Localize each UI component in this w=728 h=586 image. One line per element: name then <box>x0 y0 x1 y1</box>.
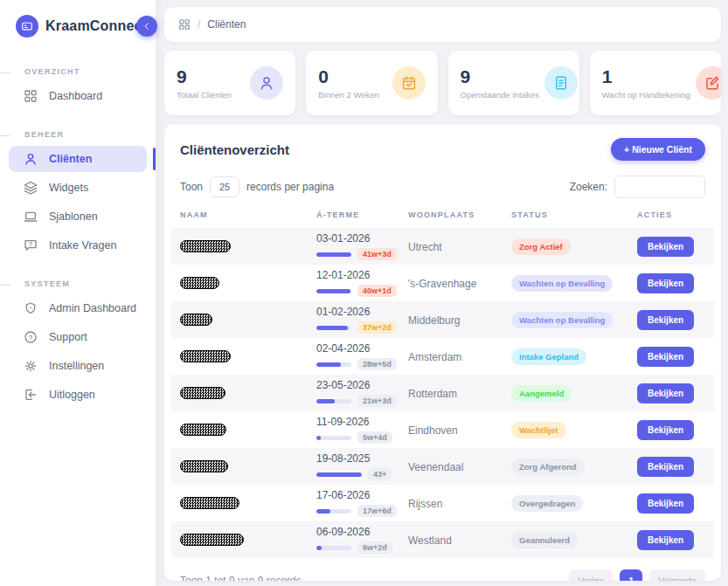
redacted-name <box>180 350 231 362</box>
term-progress-fill <box>316 546 322 550</box>
view-client-button[interactable]: Bekijken <box>637 493 694 514</box>
search-input[interactable] <box>614 176 705 198</box>
term-progress-fill <box>316 362 341 367</box>
breadcrumb-current: Cliënten <box>207 18 246 31</box>
view-client-button[interactable]: Bekijken <box>637 347 694 367</box>
column-header-woonplaats: WOONPLAATS <box>408 209 511 228</box>
nav-section-label-overzicht: OVERZICHT <box>0 67 156 76</box>
term-progress-fill <box>316 436 321 440</box>
page-size-select[interactable]: 25 <box>210 176 239 197</box>
clients-overview-card: Cliëntenoverzicht + Nieuwe Cliënt Toon 2… <box>164 124 721 581</box>
table-row: 12-01-202640w+1d's-GravenhageWachten op … <box>171 265 714 301</box>
due-date: 02-04-2026 <box>316 342 408 355</box>
sidebar-item-label: Dashboard <box>49 90 102 102</box>
pagination-next-button[interactable]: Volgende <box>649 569 705 581</box>
city: Amsterdam <box>408 351 461 363</box>
table-row: 03-01-202641w+3dUtrechtZorg ActiefBekijk… <box>171 228 714 265</box>
term-badge: 5w+4d <box>357 431 392 444</box>
sidebar-item-dashboard[interactable]: Dashboard <box>9 83 147 109</box>
term-badge: 43+ <box>368 468 392 480</box>
sidebar-item-sjablonen[interactable]: Sjablonen <box>9 203 147 230</box>
city: Veenendaal <box>408 461 463 473</box>
stat-label: Wacht op Handtekening <box>602 90 690 100</box>
laptop-icon <box>24 210 38 224</box>
home-grid-icon[interactable] <box>178 18 191 31</box>
table-row: 23-05-202621w+3dRotterdamAangemeldBekijk… <box>171 375 714 411</box>
stat-card-binnen-2-weken: 0Binnen 2 Weken <box>306 51 437 115</box>
sidebar-item-label: Support <box>49 331 87 343</box>
term-progress-bar <box>316 362 351 367</box>
sidebar-item-label: Uitloggen <box>49 389 95 401</box>
sidebar-item-clienten[interactable]: Cliënten <box>9 146 147 172</box>
sidebar-item-admin-dashboard[interactable]: Admin Dashboard <box>9 295 147 321</box>
view-client-button[interactable]: Bekijken <box>637 457 694 477</box>
due-date: 12-01-2026 <box>316 269 408 281</box>
term-progress-fill <box>316 399 335 403</box>
sidebar-collapse-button[interactable] <box>136 16 157 37</box>
table-row: 19-08-202543+VeenendaalZorg AfgerondBeki… <box>171 448 714 485</box>
stats-row: 9Totaal Cliënten0Binnen 2 Weken9Openstaa… <box>164 51 721 115</box>
redacted-name <box>180 460 228 472</box>
table-row: 06-09-20266w+2dWestlandGeannuleerdBekijk… <box>171 521 714 558</box>
person-icon <box>250 66 283 100</box>
due-date: 11-09-2026 <box>316 416 408 428</box>
person-icon <box>24 152 38 166</box>
pagination-prev-button[interactable]: Vorige <box>569 569 613 581</box>
stat-label: Totaal Cliënten <box>177 90 232 100</box>
breadcrumb-separator: / <box>198 18 200 31</box>
clients-table: NAAMÁ-TERMEWOONPLAATSSTATUSACTIES 03-01-… <box>171 209 714 558</box>
pagination-page-1-button[interactable]: 1 <box>620 569 642 581</box>
view-client-button[interactable]: Bekijken <box>637 420 694 440</box>
table-row: 02-04-202628w+5dAmsterdamIntake GeplandB… <box>171 338 714 375</box>
status-badge: Zorg Actief <box>511 238 571 255</box>
redacted-name <box>180 534 244 546</box>
city: Rotterdam <box>408 388 457 400</box>
view-client-button[interactable]: Bekijken <box>637 310 694 330</box>
term-progress-fill <box>316 289 350 293</box>
breadcrumb: / Cliënten <box>164 7 721 42</box>
term-progress-bar <box>316 546 351 550</box>
new-client-button[interactable]: + Nieuwe Cliënt <box>611 138 705 161</box>
sidebar-item-widgets[interactable]: Widgets <box>9 175 147 201</box>
status-badge: Aangemeld <box>511 385 572 402</box>
sidebar-item-label: Admin Dashboard <box>49 302 136 314</box>
city: Middelburg <box>408 314 460 327</box>
stat-value: 9 <box>461 66 539 86</box>
table-footer: Toon 1 tot 9 van 9 records Vorige 1 Volg… <box>180 558 705 581</box>
term-progress-fill <box>316 252 351 257</box>
due-date: 01-02-2026 <box>316 306 408 318</box>
page-size-suffix: records per pagina <box>246 181 334 193</box>
sidebar-item-label: Cliënten <box>49 153 92 165</box>
view-client-button[interactable]: Bekijken <box>637 530 694 550</box>
term-progress-bar <box>316 289 351 293</box>
stat-label: Binnen 2 Weken <box>318 90 379 100</box>
sidebar-item-label: Sjablonen <box>49 210 98 223</box>
city: Eindhoven <box>408 424 458 437</box>
sidebar-item-support[interactable]: ?Support <box>9 324 147 350</box>
shield-icon <box>24 301 38 315</box>
term-badge: 21w+3d <box>357 395 397 407</box>
column-header-status: STATUS <box>511 209 637 228</box>
city: Utrecht <box>408 241 442 253</box>
view-client-button[interactable]: Bekijken <box>637 383 694 403</box>
view-client-button[interactable]: Bekijken <box>637 273 694 293</box>
stat-value: 9 <box>177 66 232 86</box>
sidebar-item-intake-vragen[interactable]: ?Intake Vragen <box>9 232 147 259</box>
layers-icon <box>24 181 38 195</box>
sidebar-item-instellingen[interactable]: Instellingen <box>9 353 147 379</box>
redacted-name <box>180 497 239 509</box>
column-header-acties: ACTIES <box>637 209 714 228</box>
due-date: 19-08-2025 <box>316 452 408 465</box>
view-client-button[interactable]: Bekijken <box>637 237 694 257</box>
term-badge: 40w+1d <box>357 285 397 297</box>
status-badge: Wachten op Bevalling <box>511 312 613 328</box>
sidebar-item-uitloggen[interactable]: Uitloggen <box>9 382 147 408</box>
sidebar-item-label: Widgets <box>49 182 88 194</box>
status-badge: Geannuleerd <box>511 532 578 548</box>
status-badge: Wachten op Bevalling <box>511 275 613 292</box>
stat-card-totaal-clienten: 9Totaal Cliënten <box>164 51 295 115</box>
sidebar-item-label: Instellingen <box>49 360 104 372</box>
term-badge: 41w+3d <box>357 248 397 260</box>
city: 's-Gravenhage <box>408 278 476 290</box>
page-size-prefix: Toon <box>180 181 203 193</box>
